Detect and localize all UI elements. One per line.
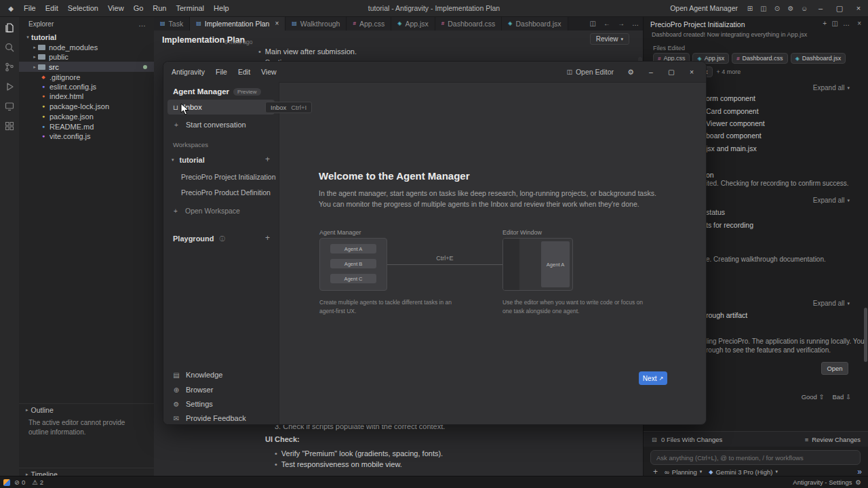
tab-dashboard-jsx[interactable]: ◈Dashboard.jsx: [502, 16, 568, 30]
minimize-button[interactable]: –: [642, 63, 660, 81]
more-actions-icon[interactable]: …: [843, 20, 850, 27]
menu-edit[interactable]: Edit: [41, 1, 63, 16]
tree-file-vite-config[interactable]: ●vite.config.js: [19, 131, 154, 141]
open-agent-manager-button[interactable]: Open Agent Manager: [670, 4, 738, 12]
tab-app-jsx[interactable]: ◈App.jsx: [391, 16, 435, 30]
panel-layout-icon[interactable]: ◫: [757, 5, 770, 12]
account-icon[interactable]: ☺: [797, 5, 811, 12]
workspace-item-2[interactable]: PrecioPro Product Definition: [181, 188, 271, 197]
remote-explorer-icon[interactable]: [4, 101, 15, 112]
open-editor-button[interactable]: ◫Open Editor: [566, 68, 614, 76]
panel-layout-icon[interactable]: ◫: [832, 20, 838, 27]
tree-folder-node-modules[interactable]: ▸ node_modules: [19, 42, 154, 52]
tab-implementation-plan[interactable]: ▤Implementation Plan×: [190, 16, 285, 30]
file-chip[interactable]: ◈Dashboard.jsx: [791, 53, 846, 64]
tab-task[interactable]: ▤Task: [154, 16, 190, 30]
workspace-tutorial[interactable]: ▾ tutorial: [172, 156, 205, 164]
tab-app-css[interactable]: #App.css: [347, 16, 391, 30]
menu-view[interactable]: View: [103, 1, 129, 16]
send-icon[interactable]: »: [857, 467, 862, 476]
tab-walkthrough[interactable]: ▤Walkthrough: [285, 16, 347, 30]
maximize-button[interactable]: ▢: [663, 63, 680, 81]
review-button[interactable]: Review▾: [590, 33, 629, 45]
panel-scrollbar[interactable]: [864, 308, 867, 362]
tree-file-package-json[interactable]: ●package.json: [19, 111, 154, 121]
sidebar-item-browser[interactable]: ⊕Browser: [172, 386, 213, 394]
thumbs-up-button[interactable]: Good ⇧: [802, 393, 825, 401]
tree-file-eslint[interactable]: ●eslint.config.js: [19, 81, 154, 92]
tab-dashboard-css[interactable]: #Dashboard.css: [435, 16, 502, 30]
more-files-label[interactable]: + 4 more: [717, 68, 741, 75]
new-conversation-icon[interactable]: +: [823, 20, 827, 27]
ask-input[interactable]: [650, 450, 861, 465]
expand-all-button[interactable]: Expand all▾: [813, 300, 850, 307]
settings-gear-icon[interactable]: ⚙: [784, 5, 797, 12]
run-debug-icon[interactable]: [4, 81, 15, 92]
agent-manager-icon[interactable]: ⊞: [743, 5, 757, 12]
tree-folder-public[interactable]: ▸ public: [19, 52, 154, 62]
open-workspace-button[interactable]: + Open Workspace: [172, 207, 240, 215]
problems-warnings[interactable]: ⚠2: [32, 479, 43, 486]
statusbar-settings[interactable]: Antigravity - Settings⚙: [793, 479, 861, 486]
sidebar-item-knowledge[interactable]: ▤Knowledge: [172, 371, 222, 379]
back-icon[interactable]: ←: [604, 20, 610, 27]
more-actions-icon[interactable]: …: [632, 20, 639, 27]
more-actions-icon[interactable]: …: [138, 20, 146, 28]
explorer-icon[interactable]: [4, 22, 15, 33]
minimize-button[interactable]: –: [811, 0, 830, 16]
expand-all-button[interactable]: Expand all▾: [813, 84, 850, 92]
planning-mode-selector[interactable]: ∞Planning▾: [665, 468, 702, 476]
eslint-file-icon: ●: [39, 84, 47, 89]
tree-folder-src[interactable]: ▸ src: [19, 62, 154, 72]
tree-file-readme[interactable]: ●README.md: [19, 121, 154, 131]
vite-file-icon: ●: [39, 134, 47, 138]
tree-file-gitignore[interactable]: ◆.gitignore: [19, 72, 154, 82]
forward-icon[interactable]: →: [618, 20, 625, 27]
menu-go[interactable]: Go: [129, 1, 149, 16]
menu-file[interactable]: File: [210, 68, 233, 76]
close-button[interactable]: ×: [849, 0, 868, 16]
start-conversation-button[interactable]: + Start conversation: [172, 121, 246, 129]
close-panel-icon[interactable]: ×: [857, 20, 861, 27]
add-playground-icon[interactable]: +: [265, 233, 270, 243]
tree-root-tutorial[interactable]: ▾ tutorial: [19, 32, 154, 42]
source-control-icon[interactable]: [4, 62, 15, 73]
split-editor-icon[interactable]: ◫: [590, 20, 596, 27]
menu-terminal[interactable]: Terminal: [172, 1, 210, 16]
extensions-icon[interactable]: [4, 121, 15, 131]
jsx-file-icon: ◈: [795, 56, 800, 62]
open-walkthrough-button[interactable]: Open: [821, 362, 848, 375]
review-changes-button[interactable]: ≡Review Changes: [805, 436, 861, 443]
menu-selection[interactable]: Selection: [63, 1, 103, 16]
sidebar-item-feedback[interactable]: ✉Provide Feedback: [172, 414, 246, 422]
agent-manager-diagram: Agent A Agent B Agent C: [319, 238, 387, 291]
problems-errors[interactable]: ⊘0: [14, 479, 25, 486]
menu-view[interactable]: View: [256, 68, 282, 76]
next-button[interactable]: Next↗: [639, 371, 667, 385]
menu-antigravity[interactable]: Antigravity: [166, 68, 210, 76]
search-icon[interactable]: ⊙: [770, 5, 784, 12]
changes-bar[interactable]: ⊟ 0 Files With Changes ≡Review Changes: [644, 431, 868, 447]
tree-file-index-html[interactable]: ●index.html: [19, 91, 154, 101]
menu-file[interactable]: File: [19, 1, 41, 16]
outline-section-header[interactable]: ▸ Outline: [19, 403, 154, 416]
sidebar-item-settings[interactable]: ⚙Settings: [172, 400, 213, 408]
file-chip[interactable]: #Dashboard.css: [732, 53, 787, 64]
settings-gear-icon[interactable]: ⚙: [622, 63, 639, 81]
close-button[interactable]: ×: [683, 63, 701, 81]
workspace-item-1[interactable]: PrecioPro Project Initialization: [181, 173, 275, 181]
expand-all-button[interactable]: Expand all▾: [813, 197, 850, 204]
menu-edit[interactable]: Edit: [233, 68, 256, 76]
menu-run[interactable]: Run: [148, 1, 171, 16]
close-tab-icon[interactable]: ×: [275, 20, 279, 27]
thumbs-down-button[interactable]: Bad ⇩: [832, 393, 851, 401]
tree-file-package-lock[interactable]: ●package-lock.json: [19, 101, 154, 111]
model-selector[interactable]: ◆Gemini 3 Pro (High)▾: [709, 468, 778, 476]
menu-help[interactable]: Help: [209, 1, 234, 16]
add-workspace-conversation-icon[interactable]: +: [265, 155, 270, 164]
search-icon[interactable]: [4, 42, 15, 53]
remote-indicator-icon[interactable]: [3, 479, 10, 486]
playground-section[interactable]: Playground ⓘ: [173, 235, 225, 243]
maximize-button[interactable]: ▢: [830, 0, 849, 16]
add-context-icon[interactable]: +: [653, 467, 658, 476]
